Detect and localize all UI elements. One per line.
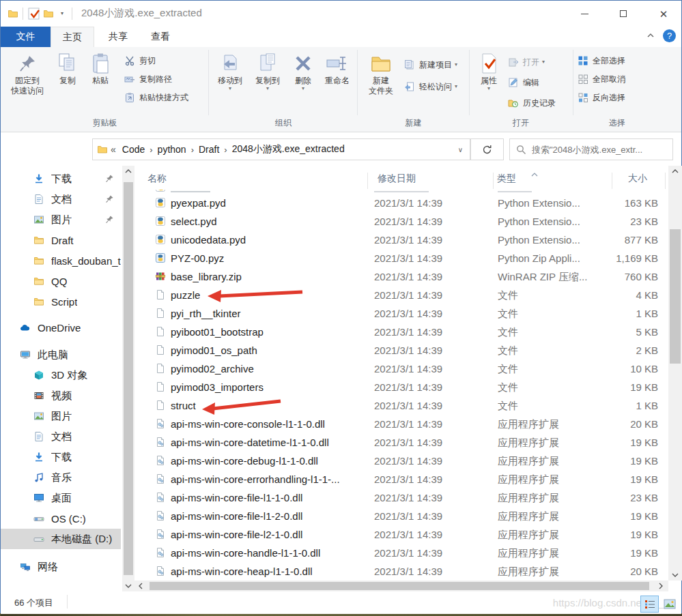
delete-dropdown-icon[interactable] (302, 86, 304, 91)
horizontal-scrollbar-thumb[interactable] (150, 582, 649, 590)
history-button[interactable]: 历史记录 (507, 95, 556, 111)
horizontal-scrollbar[interactable] (134, 581, 668, 591)
paste-button[interactable]: 粘贴 (84, 50, 117, 115)
breadcrumb-item-draft[interactable]: Draft (194, 144, 224, 155)
sidebar-item-network[interactable]: 网络 (1, 557, 121, 577)
delete-button[interactable]: 删除 (289, 50, 317, 115)
scroll-down-icon[interactable] (122, 581, 134, 591)
sidebar-item-this-pc[interactable]: 此电脑 (1, 344, 121, 365)
properties-dropdown-icon[interactable] (487, 86, 490, 91)
table-row[interactable]: struct2021/3/1 14:39文件1 KB (134, 396, 668, 415)
scroll-up-icon[interactable] (668, 166, 682, 177)
sidebar-item-drive[interactable]: 本地磁盘 (D:) (1, 529, 121, 549)
easy-access-button[interactable]: 轻松访问 (403, 78, 457, 95)
sidebar-scrollbar-thumb[interactable] (124, 182, 133, 575)
minimize-button[interactable] (569, 1, 600, 27)
table-row[interactable]: api-ms-win-core-file-l1-2-0.dll2021/3/1 … (134, 507, 668, 525)
sidebar-item-drive-c[interactable]: OS (C:) (1, 508, 121, 529)
refresh-button[interactable] (470, 138, 504, 160)
column-header-type[interactable]: 类型 (497, 173, 516, 185)
table-row[interactable]: pyiboot01_bootstrap2021/3/1 14:39文件5 KB (134, 323, 668, 341)
tab-share[interactable]: 共享 (100, 27, 137, 47)
scroll-left-icon[interactable] (134, 581, 147, 591)
sidebar-item-desktop[interactable]: 桌面 (1, 488, 121, 508)
column-header-size[interactable]: 大小 (628, 173, 647, 185)
breadcrumb-item-code[interactable]: Code (117, 144, 150, 155)
close-button[interactable]: ✕ (647, 1, 681, 27)
column-header-name[interactable]: 名称 (147, 173, 167, 185)
new-item-button[interactable]: 新建项目 (403, 57, 457, 73)
column-divider[interactable] (367, 173, 368, 189)
new-folder-icon[interactable] (43, 8, 54, 19)
open-button[interactable]: 打开 (507, 54, 545, 70)
move-to-dropdown-icon[interactable] (229, 86, 231, 91)
invert-selection-button[interactable]: 反向选择 (577, 89, 625, 106)
help-icon[interactable] (663, 29, 676, 42)
pin-to-quick-access-button[interactable]: 固定到快速访问 (5, 50, 50, 115)
table-row[interactable]: select.pyd2021/3/1 14:39Python Extensio.… (134, 212, 668, 231)
easy-access-dropdown-icon[interactable] (455, 84, 457, 89)
table-row[interactable]: pyimod02_archive2021/3/1 14:39文件10 KB (134, 360, 668, 378)
column-divider[interactable] (612, 173, 612, 189)
table-row[interactable]: pyexpat.pyd2021/3/1 14:39Python Extensio… (134, 194, 668, 212)
new-folder-button[interactable]: 新建文件夹 (361, 50, 401, 115)
table-row[interactable]: api-ms-win-core-console-l1-1-0.dll2021/3… (134, 415, 668, 433)
file-list-scrollbar-thumb[interactable] (670, 229, 681, 364)
new-item-dropdown-icon[interactable] (455, 62, 457, 68)
rename-button[interactable]: 重命名 (319, 50, 356, 115)
table-row[interactable]: PYZ-00.pyz2021/3/1 14:39Python Zip Appli… (134, 249, 668, 267)
sidebar-item-videos[interactable]: 视频 (1, 385, 121, 406)
table-row[interactable]: api-ms-win-core-file-l1-1-0.dll2021/3/1 … (134, 488, 668, 507)
select-all-button[interactable]: 全部选择 (577, 53, 625, 69)
tab-file[interactable]: 文件 (1, 27, 51, 47)
sidebar-item-document[interactable]: 文档 (1, 426, 121, 447)
properties-check-icon[interactable] (28, 8, 39, 18)
search-input[interactable] (510, 139, 672, 160)
table-row[interactable]: pyimod01_os_path2021/3/1 14:39文件2 KB (134, 341, 668, 360)
breadcrumb-collapse-icon[interactable] (108, 144, 117, 155)
scroll-down-icon[interactable] (668, 570, 682, 581)
sidebar-item-3d-objects[interactable]: 3D 对象 (1, 365, 121, 385)
sidebar-item-document[interactable]: 文档 (1, 189, 121, 209)
column-header-date-modified[interactable]: 修改日期 (378, 173, 416, 185)
file-list-scrollbar[interactable] (668, 166, 682, 581)
maximize-button[interactable] (608, 1, 639, 27)
column-divider[interactable] (493, 173, 494, 189)
sidebar-item-folder[interactable]: Script (1, 291, 121, 312)
table-row[interactable]: base_library.zip2021/3/1 14:39WinRAR ZIP… (134, 267, 668, 286)
tab-view[interactable]: 查看 (142, 27, 179, 47)
table-row[interactable]: api-ms-win-core-errorhandling-l1-1-...20… (134, 470, 668, 488)
column-divider[interactable] (665, 173, 666, 189)
table-row[interactable]: puzzle2021/3/1 14:39文件4 KB (134, 286, 668, 304)
breadcrumb-item-current[interactable]: 2048小游戏.exe_extracted (227, 143, 350, 156)
breadcrumb-item-python[interactable]: python (153, 144, 191, 155)
table-row[interactable]: api-ms-win-core-handle-l1-1-0.dll2021/3/… (134, 544, 668, 562)
move-to-button[interactable]: 移动到 (212, 50, 248, 115)
table-row[interactable]: pyimod03_importers2021/3/1 14:39文件19 KB (134, 378, 668, 396)
sidebar-item-music[interactable]: 音乐 (1, 467, 121, 488)
table-row[interactable]: api-ms-win-core-heap-l1-1-0.dll2021/3/1 … (134, 562, 668, 581)
copy-path-button[interactable]: 复制路径 (124, 71, 172, 87)
large-icons-view-button[interactable] (660, 596, 679, 613)
copy-button[interactable]: 复制 (53, 50, 83, 115)
copy-to-dropdown-icon[interactable] (266, 86, 269, 91)
sidebar-item-pictures[interactable]: 图片 (1, 406, 121, 426)
sidebar-item-download[interactable]: 下载 (1, 447, 121, 467)
table-row[interactable]: unicodedata.pyd2021/3/1 14:39Python Exte… (134, 231, 668, 249)
table-row[interactable]: api-ms-win-core-debug-l1-1-0.dll2021/3/1… (134, 452, 668, 470)
sidebar-item-folder[interactable]: Draft (1, 230, 121, 250)
tab-home[interactable]: 主页 (51, 27, 94, 47)
paste-shortcut-button[interactable]: 粘贴快捷方式 (124, 89, 188, 106)
sidebar-item-download[interactable]: 下载 (1, 168, 121, 189)
table-row[interactable]: api-ms-win-core-datetime-l1-1-0.dll2021/… (134, 433, 668, 452)
breadcrumb[interactable]: Code python Draft 2048小游戏.exe_extracted (92, 138, 470, 160)
open-dropdown-icon[interactable] (542, 59, 545, 65)
sidebar-item-folder[interactable]: QQ (1, 271, 121, 291)
select-none-button[interactable]: 全部取消 (577, 71, 625, 87)
cut-button[interactable]: 剪切 (124, 53, 156, 69)
sidebar-item-pictures[interactable]: 图片 (1, 209, 121, 230)
scroll-up-icon[interactable] (122, 166, 134, 177)
table-row[interactable]: api-ms-win-core-file-l2-1-0.dll2021/3/1 … (134, 525, 668, 544)
customize-quick-access-toolbar-icon[interactable] (58, 10, 66, 18)
sidebar-scrollbar[interactable] (122, 166, 134, 591)
